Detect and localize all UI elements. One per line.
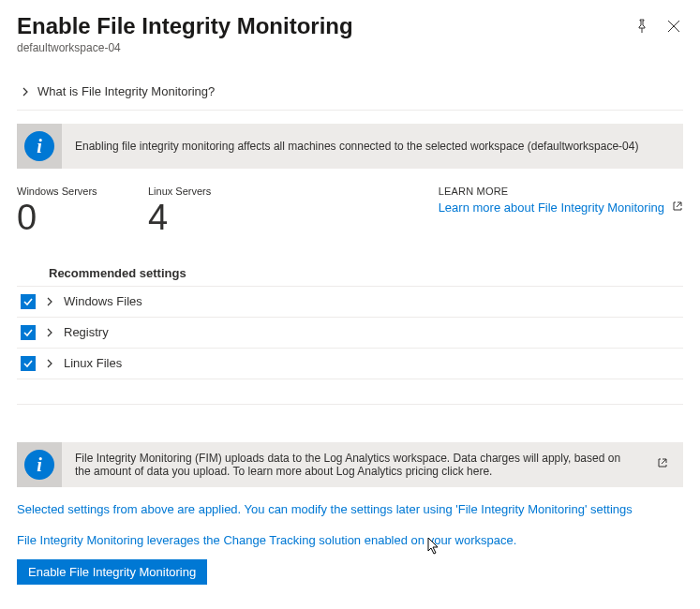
cursor-pointer-icon — [426, 537, 441, 558]
recommended-row-linux-files[interactable]: Linux Files — [17, 349, 683, 379]
checkbox-windows-files[interactable] — [21, 294, 36, 309]
checkbox-registry[interactable] — [21, 325, 36, 340]
info-icon: i — [24, 131, 54, 161]
recommended-row-registry[interactable]: Registry — [17, 318, 683, 349]
page-title: Enable File Integrity Monitoring — [17, 13, 634, 39]
info-icon: i — [24, 450, 54, 480]
external-link-icon[interactable] — [648, 457, 668, 471]
enable-fim-button[interactable]: Enable File Integrity Monitoring — [17, 559, 207, 585]
learn-more-label: LEARN MORE — [439, 186, 683, 197]
stat-label: Linux Servers — [148, 186, 242, 197]
chevron-right-icon — [45, 328, 54, 337]
learn-more-link-text: Learn more about File Integrity Monitori… — [439, 201, 664, 215]
linux-servers-stat: Linux Servers 4 — [148, 186, 242, 238]
section-divider — [17, 404, 683, 405]
pricing-banner: i File Integrity Monitoring (FIM) upload… — [17, 442, 683, 487]
rec-label: Linux Files — [64, 356, 122, 370]
svg-line-3 — [677, 202, 681, 207]
workspace-warning-banner: i Enabling file integrity monitoring aff… — [17, 124, 683, 169]
learn-more-link[interactable]: Learn more about File Integrity Monitori… — [439, 201, 683, 215]
rec-label: Windows Files — [64, 294, 142, 308]
expander-label: What is File Integrity Monitoring? — [37, 84, 215, 98]
stat-label: Windows Servers — [17, 186, 111, 197]
pin-icon[interactable] — [634, 19, 649, 34]
learn-more-block: LEARN MORE Learn more about File Integri… — [439, 186, 683, 238]
svg-line-4 — [662, 459, 666, 464]
workspace-subtitle: defaultworkspace-04 — [17, 41, 634, 54]
stat-value: 0 — [17, 199, 111, 238]
footer-section: i File Integrity Monitoring (FIM) upload… — [17, 442, 683, 585]
checkbox-linux-files[interactable] — [21, 356, 36, 371]
recommended-settings-header: Recommended settings — [17, 266, 683, 287]
recommended-row-windows-files[interactable]: Windows Files — [17, 287, 683, 318]
stats-row: Windows Servers 0 Linux Servers 4 LEARN … — [17, 186, 683, 238]
external-link-icon — [672, 201, 683, 215]
rec-label: Registry — [64, 325, 109, 339]
info-icon-box: i — [17, 124, 62, 169]
close-icon[interactable] — [666, 19, 681, 34]
footer-note-change-tracking: File Integrity Monitoring leverages the … — [17, 531, 683, 550]
chevron-right-icon — [45, 359, 54, 368]
footer-note-settings: Selected settings from above are applied… — [17, 500, 683, 519]
stat-value: 4 — [148, 199, 242, 238]
banner-text: Enabling file integrity monitoring affec… — [75, 134, 668, 158]
chevron-right-icon — [45, 297, 54, 306]
page-header: Enable File Integrity Monitoring default… — [17, 13, 683, 54]
windows-servers-stat: Windows Servers 0 — [17, 186, 111, 238]
chevron-right-icon — [21, 87, 30, 97]
info-icon-box: i — [17, 442, 62, 487]
banner-text: File Integrity Monitoring (FIM) uploads … — [75, 446, 634, 483]
what-is-fim-expander[interactable]: What is File Integrity Monitoring? — [17, 73, 683, 111]
